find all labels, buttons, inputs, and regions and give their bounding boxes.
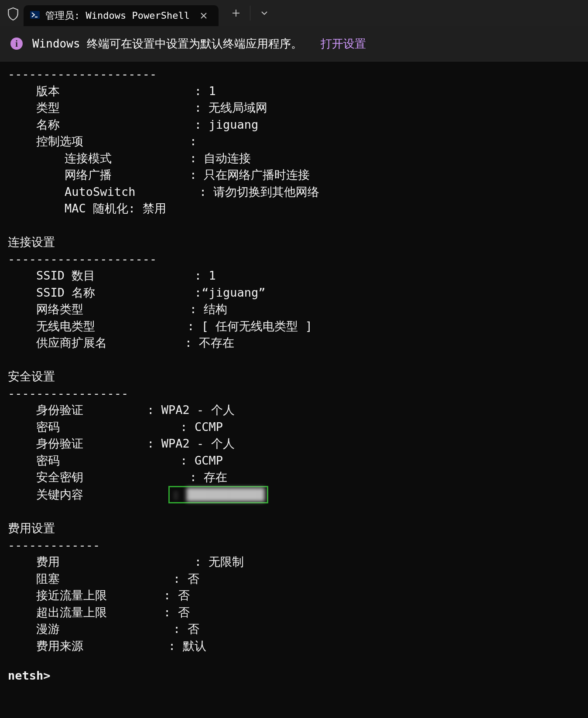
value: jiguang xyxy=(209,118,258,131)
value: 否 xyxy=(178,588,190,602)
section-heading: 安全设置 xyxy=(8,369,55,383)
label: 阻塞 : xyxy=(8,572,188,585)
value: 默认 xyxy=(183,639,206,653)
info-message: Windows 终端可在设置中设置为默认终端应用程序。 xyxy=(32,36,302,51)
label: AutoSwitch : xyxy=(8,185,213,198)
value: 1 xyxy=(209,269,215,282)
label: 名称 : xyxy=(8,118,209,131)
label: 无线电类型 : xyxy=(8,319,202,333)
value: 自动连接 xyxy=(204,151,251,165)
prompt[interactable]: netsh> xyxy=(8,669,51,682)
value: 只在网络广播时连接 xyxy=(204,168,310,181)
value: 不存在 xyxy=(199,336,234,349)
value: CCMP xyxy=(195,420,223,434)
label: 网络广播 : xyxy=(8,168,204,181)
tab-title: 管理员: Windows PowerShell xyxy=(45,9,190,22)
label: 身份验证 : xyxy=(8,437,161,450)
label: 接近流量上限 : xyxy=(8,588,178,602)
dropdown-button[interactable] xyxy=(251,0,277,26)
separator xyxy=(250,6,250,21)
divider: ------------- xyxy=(8,538,100,552)
label: 超出流量上限 : xyxy=(8,605,178,619)
label: 控制选项 : xyxy=(8,134,197,148)
value: 结构 xyxy=(204,302,227,316)
label: 密码 : xyxy=(8,454,195,467)
info-icon: i xyxy=(10,38,23,50)
label: 供应商扩展名 : xyxy=(8,336,199,349)
label: 身份验证 : xyxy=(8,403,161,417)
label: 密码 : xyxy=(8,420,195,434)
label: 连接模式 : xyxy=(8,151,204,165)
divider: --------------------- xyxy=(8,252,157,266)
label: SSID 数目 : xyxy=(8,269,209,282)
close-tab-button[interactable] xyxy=(195,7,212,24)
value: 无线局域网 xyxy=(209,101,267,114)
value: 否 xyxy=(178,605,190,619)
shield-icon xyxy=(5,4,21,24)
value: “jiguang” xyxy=(202,286,265,299)
terminal-tab[interactable]: 管理员: Windows PowerShell xyxy=(24,5,219,26)
label: 网络类型 : xyxy=(8,302,204,316)
value: 无限制 xyxy=(209,555,244,568)
section-heading: 连接设置 xyxy=(8,235,55,249)
window-titlebar: 管理员: Windows PowerShell xyxy=(0,0,588,26)
value: WPA2 - 个人 xyxy=(161,403,235,417)
section-heading: 费用设置 xyxy=(8,521,55,535)
label: 类型 : xyxy=(8,101,209,114)
label: 版本 : xyxy=(8,84,209,98)
value: 请勿切换到其他网络 xyxy=(213,185,319,198)
value: 存在 xyxy=(204,470,227,484)
open-settings-link[interactable]: 打开设置 xyxy=(321,36,366,51)
label: 费用来源 : xyxy=(8,639,183,653)
divider: --------------------- xyxy=(8,67,157,81)
value: GCMP xyxy=(195,454,223,467)
label: 安全密钥 : xyxy=(8,470,204,484)
divider: ----------------- xyxy=(8,386,128,400)
new-tab-button[interactable] xyxy=(223,0,249,26)
wifi-key-value: : ███████████ xyxy=(172,488,264,501)
line: MAC 随机化: 禁用 xyxy=(8,202,166,215)
titlebar-controls xyxy=(223,0,277,26)
value: 1 xyxy=(209,84,215,98)
powershell-icon xyxy=(30,10,40,22)
terminal-output[interactable]: --------------------- 版本 : 1 类型 : 无线局域网 … xyxy=(0,62,588,684)
wifi-key-highlight: : ███████████ xyxy=(168,486,268,503)
label: 漫游 : xyxy=(8,622,188,636)
value: 否 xyxy=(188,622,199,636)
label: 关键内容 xyxy=(8,488,168,501)
value: [ 任何无线电类型 ] xyxy=(202,319,312,333)
value: 否 xyxy=(188,572,199,585)
label: 费用 : xyxy=(8,555,209,568)
label: SSID 名称 : xyxy=(8,286,202,299)
info-bar: i Windows 终端可在设置中设置为默认终端应用程序。 打开设置 xyxy=(0,26,588,62)
value: WPA2 - 个人 xyxy=(161,437,235,450)
